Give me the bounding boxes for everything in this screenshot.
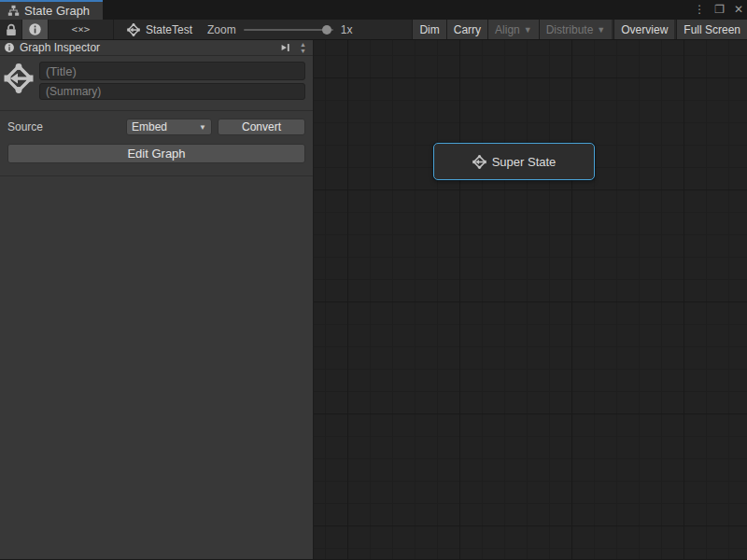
super-state-node[interactable]: Super State xyxy=(433,143,595,180)
lock-button[interactable] xyxy=(0,20,22,39)
chevron-down-icon: ▼ xyxy=(524,25,532,35)
zoom-value: 1x xyxy=(341,23,353,36)
info-icon xyxy=(4,42,15,53)
window-menu-icon[interactable]: ⋮ xyxy=(694,0,705,20)
dim-label: Dim xyxy=(419,23,439,36)
zoom-slider-track xyxy=(244,29,333,31)
tab-state-graph[interactable]: State Graph xyxy=(0,0,103,20)
scroll-up-icon[interactable]: ▲ xyxy=(297,41,309,48)
main-area: Graph Inspector ▲ ▼ Source Embed ▼ Conve… xyxy=(0,40,747,559)
state-graph-icon xyxy=(4,63,34,93)
convert-button[interactable]: Convert xyxy=(218,119,305,135)
toolbar: <×> StateTest Zoom 1x Dim Carry Align ▼ … xyxy=(0,20,747,40)
zoom-control: Zoom 1x xyxy=(202,20,358,39)
maximize-icon[interactable]: ❐ xyxy=(714,0,725,20)
window-controls: ⋮ ❐ ✕ xyxy=(694,0,743,20)
edit-graph-label: Edit Graph xyxy=(127,147,185,161)
zoom-slider[interactable] xyxy=(244,20,333,40)
info-icon xyxy=(28,22,42,36)
inspector-header: Graph Inspector ▲ ▼ xyxy=(0,40,313,56)
graph-canvas[interactable]: Super State xyxy=(314,40,747,559)
graph-meta-section xyxy=(0,56,313,104)
chevron-down-icon: ▼ xyxy=(597,25,605,35)
code-preview-button[interactable]: <×> xyxy=(49,20,114,39)
graph-tab-icon xyxy=(7,5,20,17)
toolbar-spacer xyxy=(358,20,412,39)
carry-button[interactable]: Carry xyxy=(446,20,487,39)
distribute-label: Distribute xyxy=(546,23,594,36)
node-label: Super State xyxy=(492,155,557,169)
convert-label: Convert xyxy=(242,120,281,133)
distribute-button[interactable]: Distribute ▼ xyxy=(539,20,613,39)
zoom-slider-knob[interactable] xyxy=(322,25,331,35)
graph-inspector-panel: Graph Inspector ▲ ▼ Source Embed ▼ Conve… xyxy=(0,40,314,559)
titlebar: State Graph ⋮ ❐ ✕ xyxy=(0,0,747,20)
state-icon xyxy=(472,155,486,169)
scroll-arrows[interactable]: ▲ ▼ xyxy=(297,41,309,54)
source-row: Source Embed ▼ Convert xyxy=(0,111,313,135)
zoom-label: Zoom xyxy=(207,23,236,36)
inspector-title: Graph Inspector xyxy=(20,41,275,54)
edit-graph-button[interactable]: Edit Graph xyxy=(7,144,305,163)
close-icon[interactable]: ✕ xyxy=(734,0,743,20)
graph-breadcrumb[interactable]: StateTest xyxy=(114,20,202,39)
divider xyxy=(0,175,313,176)
chevron-down-icon: ▼ xyxy=(199,123,206,132)
align-button[interactable]: Align ▼ xyxy=(487,20,539,39)
align-label: Align xyxy=(495,23,520,36)
carry-label: Carry xyxy=(454,23,481,36)
full-screen-label: Full Screen xyxy=(684,23,740,36)
dim-button[interactable]: Dim xyxy=(412,20,445,39)
inspector-toggle-button[interactable] xyxy=(22,20,49,39)
graph-name: StateTest xyxy=(146,23,192,36)
source-dropdown[interactable]: Embed ▼ xyxy=(126,119,212,135)
graph-summary-input[interactable] xyxy=(39,83,305,100)
full-screen-button[interactable]: Full Screen xyxy=(676,20,747,39)
scroll-down-icon[interactable]: ▼ xyxy=(297,48,309,54)
code-icon: <×> xyxy=(72,23,91,35)
source-label: Source xyxy=(7,120,120,133)
lock-icon xyxy=(4,22,19,37)
graph-title-input[interactable] xyxy=(39,62,305,80)
state-graph-icon xyxy=(127,23,140,36)
overview-label: Overview xyxy=(621,23,668,36)
source-dropdown-value: Embed xyxy=(132,120,167,133)
tab-label: State Graph xyxy=(24,4,90,18)
overview-button[interactable]: Overview xyxy=(613,20,674,39)
dock-icon[interactable] xyxy=(279,41,292,54)
